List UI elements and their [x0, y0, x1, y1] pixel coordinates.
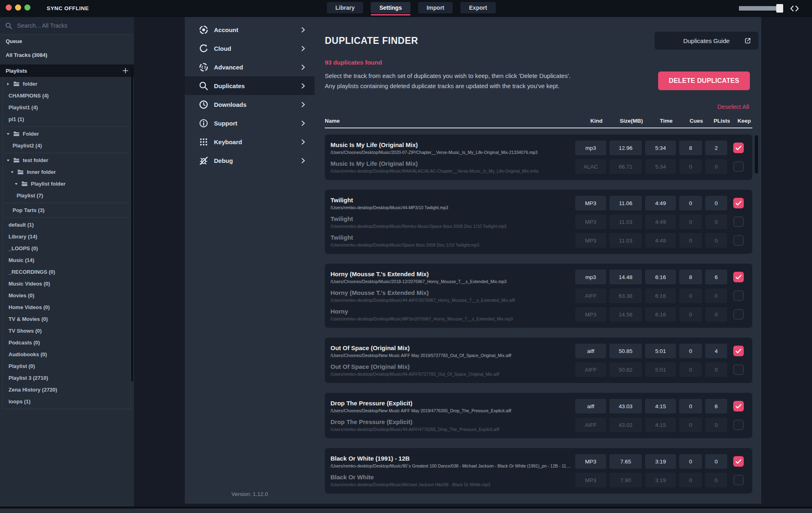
duplicate-row[interactable]: Black Or White/Users/remko-desktop/Deskt… [330, 471, 747, 489]
keep-checkbox[interactable] [733, 475, 744, 485]
settings-nav-item-debug[interactable]: Debug [185, 151, 315, 170]
external-link-icon [744, 37, 752, 45]
sidebar-scrollbar[interactable] [131, 67, 133, 381]
settings-nav-item-account[interactable]: Account [185, 20, 315, 39]
tree-playlist-pl1-1[interactable]: pl1 (1) [3, 113, 131, 125]
duplicate-row[interactable]: Twilight/Users/remko-desktop/Desktop/Mus… [330, 212, 747, 231]
tree-playlist-tv-shows-0[interactable]: TV Shows (0) [3, 325, 131, 337]
keep-checkbox[interactable] [733, 235, 744, 246]
search-icon [5, 22, 13, 30]
tree-item-label: Playlist1 (4) [9, 104, 38, 110]
tab-settings[interactable]: Settings [371, 2, 410, 13]
duplicate-row[interactable]: Horny/Users/remko-desktop/Desktop/Music/… [330, 305, 747, 324]
tab-import[interactable]: Import [418, 2, 453, 13]
search-input[interactable] [16, 22, 129, 29]
bottom-strip [0, 509, 812, 513]
tree-playlist-zena-history-2720[interactable]: Zena History (2720) [3, 384, 131, 396]
tree-folder-folder[interactable]: folder [3, 78, 131, 90]
duplicate-row[interactable]: Out Of Space (Original Mix)/Users/remko-… [330, 360, 747, 379]
tree-playlist-default-1[interactable]: default (1) [3, 219, 131, 231]
tree-folder-test-folder[interactable]: test folder [3, 154, 131, 166]
keep-checkbox-checked[interactable] [733, 143, 744, 153]
tab-library[interactable]: Library [327, 2, 363, 13]
tree-item-label: Playlist (0) [9, 363, 35, 369]
settings-nav-item-cloud[interactable]: Cloud [185, 39, 315, 58]
tree-playlist-recordings-0[interactable]: _RECORDINGS (0) [3, 266, 131, 278]
zoom-slider[interactable] [739, 6, 783, 11]
duplicate-row[interactable]: Twilight/Users/remko-desktop/Desktop/Mus… [330, 231, 747, 250]
tree-playlist-music-videos-0[interactable]: Music Videos (0) [3, 278, 131, 290]
playlists-header[interactable]: Playlists [0, 65, 134, 77]
settings-nav-item-support[interactable]: Support [185, 114, 315, 132]
duplicate-row[interactable]: Horny (Mousse T.'s Extended Mix)/Users/C… [330, 268, 747, 286]
deselect-all-link[interactable]: Deselect All [717, 103, 749, 110]
tree-playlist-loops-0[interactable]: _LOOPS (0) [3, 242, 131, 254]
keep-checkbox[interactable] [733, 290, 744, 301]
sidebar-item-queue[interactable]: Queue [0, 35, 134, 48]
cell-time: 5:34 [645, 159, 676, 174]
duplicate-row[interactable]: Twilight/Users/remko-desktop/Desktop/Mus… [330, 194, 747, 212]
duplicate-row[interactable]: Out Of Space (Original Mix)/Users/Choone… [330, 342, 747, 360]
tree-playlist-playlist1-4[interactable]: Playlist1 (4) [3, 102, 131, 113]
duplicates-guide-button[interactable]: Duplicates Guide [654, 32, 758, 50]
keep-checkbox-checked[interactable] [733, 198, 744, 208]
settings-nav-item-downloads[interactable]: Downloads [185, 95, 315, 114]
keep-checkbox-checked[interactable] [733, 401, 744, 411]
duplicate-row[interactable]: Horny (Mousse T.'s Extended Mix)/Users/r… [330, 286, 747, 305]
keep-checkbox-checked[interactable] [733, 272, 744, 282]
keep-checkbox-checked[interactable] [733, 456, 744, 467]
cell-plists: 0 [705, 233, 727, 248]
track-name-cell: Twilight/Users/remko-desktop/Desktop/Mus… [330, 215, 572, 229]
track-name: Music Is My Life (Original Mix) [330, 160, 572, 167]
tree-playlist-playlist2-4[interactable]: Playlist2 (4) [3, 140, 131, 152]
maximize-button[interactable] [24, 4, 30, 11]
settings-nav-item-advanced[interactable]: Advanced [185, 58, 315, 76]
tree-playlist-movies-0[interactable]: Movies (0) [3, 290, 131, 301]
duplicate-row[interactable]: Drop The Pressure (Explicit)/Users/Choon… [330, 397, 747, 416]
close-button[interactable] [6, 4, 12, 11]
tree-folder-playlist-folder[interactable]: Playlist folder [3, 178, 131, 190]
keep-checkbox[interactable] [733, 420, 744, 430]
keep-cell [730, 456, 747, 467]
tree-playlist-podcasts-0[interactable]: Podcasts (0) [3, 337, 131, 348]
zoom-slider-handle[interactable] [776, 4, 783, 13]
tree-playlist-playlist-3-2710[interactable]: Playlist 3 (2710) [3, 372, 131, 384]
tree-folder-folder[interactable]: Folder [3, 128, 131, 140]
add-playlist-icon[interactable] [122, 67, 129, 74]
duplicate-row[interactable]: Drop The Pressure (Explicit)/Users/remko… [330, 416, 747, 434]
table-scrollbar[interactable] [755, 135, 758, 173]
sidebar-item-all-tracks[interactable]: All Tracks (3084) [0, 48, 134, 62]
tree-playlist-loops-1[interactable]: loops (1) [3, 396, 131, 407]
playlists-header-label: Playlists [6, 68, 27, 74]
folder-icon [13, 131, 20, 137]
tree-playlist-playlist-7[interactable]: Playlist (7) [3, 190, 131, 201]
tree-playlist-tv-movies-0[interactable]: TV & Movies (0) [3, 313, 131, 325]
tree-playlist-music-14[interactable]: Music (14) [3, 254, 131, 266]
track-name-cell: Drop The Pressure (Explicit)/Users/remko… [330, 418, 572, 432]
track-path: /Users/remko-desktop/Desktop/Music/44-AI… [330, 372, 572, 377]
delete-duplicates-button[interactable]: DELETE DUPLICATES [658, 71, 750, 90]
keep-checkbox[interactable] [733, 216, 744, 227]
keep-checkbox[interactable] [733, 364, 744, 375]
track-name-cell: Out Of Space (Original Mix)/Users/remko-… [330, 363, 572, 377]
keep-checkbox-checked[interactable] [733, 346, 744, 356]
code-brackets-icon[interactable] [789, 4, 800, 13]
track-name-cell: Black Or White/Users/remko-desktop/Deskt… [330, 474, 572, 487]
settings-nav-item-keyboard[interactable]: Keyboard [185, 132, 315, 151]
cell-time: 6:16 [645, 270, 676, 284]
keep-checkbox[interactable] [733, 309, 744, 320]
keep-checkbox[interactable] [733, 161, 744, 172]
tree-playlist-audiobooks-0[interactable]: Audiobooks (0) [3, 348, 131, 360]
duplicate-row[interactable]: Music Is My Life (Original Mix)/Users/re… [330, 157, 747, 176]
tree-playlist-pop-tarts-3[interactable]: Pop Tarts (3) [3, 204, 131, 216]
minimize-button[interactable] [15, 4, 21, 11]
tree-playlist-library-14[interactable]: Library (14) [3, 231, 131, 242]
settings-nav-item-duplicates[interactable]: Duplicates [185, 76, 315, 95]
tree-playlist-playlist-0[interactable]: Playlist (0) [3, 360, 131, 372]
tree-playlist-champions-4[interactable]: CHAMPIONS (4) [3, 90, 131, 102]
tab-export[interactable]: Export [460, 2, 495, 13]
duplicate-row[interactable]: Music Is My Life (Original Mix)/Users/Ch… [330, 139, 747, 157]
tree-playlist-home-videos-0[interactable]: Home Videos (0) [3, 301, 131, 313]
tree-folder-inner-folder[interactable]: Inner folder [3, 166, 131, 178]
duplicate-row[interactable]: Black Or White (1991) - 12B/Users/remko-… [330, 452, 747, 471]
